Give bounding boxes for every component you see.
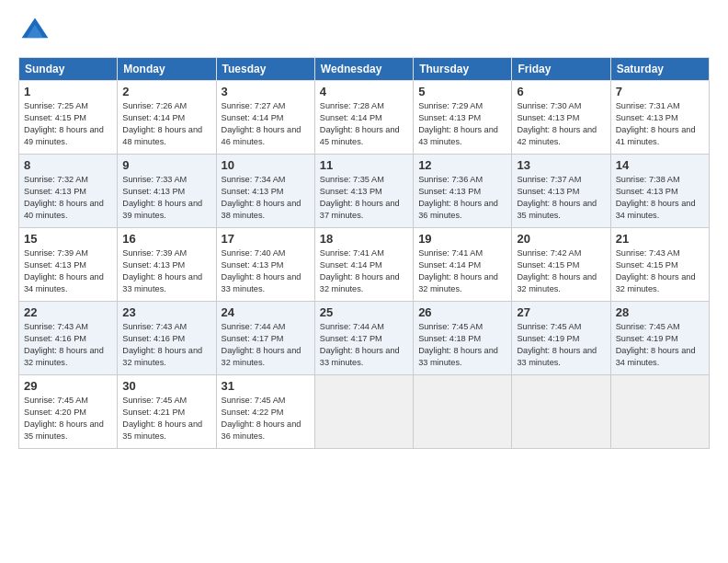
day-number: 11 bbox=[320, 158, 408, 172]
calendar-cell: 18 Sunrise: 7:41 AMSunset: 4:14 PMDaylig… bbox=[314, 228, 413, 302]
col-header-wednesday: Wednesday bbox=[314, 58, 413, 81]
calendar-cell: 22 Sunrise: 7:43 AMSunset: 4:16 PMDaylig… bbox=[19, 302, 118, 375]
col-header-thursday: Thursday bbox=[414, 58, 512, 81]
day-number: 26 bbox=[418, 305, 506, 319]
day-info: Sunrise: 7:34 AMSunset: 4:13 PMDaylight:… bbox=[222, 174, 310, 222]
calendar-cell bbox=[610, 375, 709, 449]
calendar-table: SundayMondayTuesdayWednesdayThursdayFrid… bbox=[18, 57, 710, 449]
day-info: Sunrise: 7:44 AMSunset: 4:17 PMDaylight:… bbox=[320, 321, 408, 369]
calendar-cell bbox=[512, 375, 610, 449]
day-info: Sunrise: 7:35 AMSunset: 4:13 PMDaylight:… bbox=[320, 174, 408, 222]
day-number: 21 bbox=[616, 232, 704, 246]
day-info: Sunrise: 7:39 AMSunset: 4:13 PMDaylight:… bbox=[122, 247, 210, 295]
day-info: Sunrise: 7:45 AMSunset: 4:22 PMDaylight:… bbox=[222, 395, 310, 442]
day-info: Sunrise: 7:29 AMSunset: 4:13 PMDaylight:… bbox=[418, 100, 506, 148]
calendar-cell: 5 Sunrise: 7:29 AMSunset: 4:13 PMDayligh… bbox=[414, 81, 512, 155]
col-header-tuesday: Tuesday bbox=[216, 58, 314, 81]
calendar-cell: 24 Sunrise: 7:44 AMSunset: 4:17 PMDaylig… bbox=[216, 302, 314, 375]
calendar-cell: 2 Sunrise: 7:26 AMSunset: 4:14 PMDayligh… bbox=[118, 81, 216, 155]
day-number: 13 bbox=[517, 158, 605, 172]
day-info: Sunrise: 7:32 AMSunset: 4:13 PMDaylight:… bbox=[24, 174, 112, 222]
calendar-cell: 10 Sunrise: 7:34 AMSunset: 4:13 PMDaylig… bbox=[216, 155, 314, 228]
day-info: Sunrise: 7:43 AMSunset: 4:15 PMDaylight:… bbox=[616, 247, 704, 295]
day-number: 14 bbox=[616, 158, 704, 172]
week-row-3: 15 Sunrise: 7:39 AMSunset: 4:13 PMDaylig… bbox=[19, 228, 710, 302]
day-number: 22 bbox=[24, 305, 112, 319]
calendar-cell bbox=[314, 375, 413, 449]
header-row: SundayMondayTuesdayWednesdayThursdayFrid… bbox=[19, 58, 710, 81]
day-number: 20 bbox=[517, 232, 605, 246]
day-number: 12 bbox=[418, 158, 506, 172]
day-info: Sunrise: 7:45 AMSunset: 4:20 PMDaylight:… bbox=[24, 395, 112, 442]
calendar-cell: 15 Sunrise: 7:39 AMSunset: 4:13 PMDaylig… bbox=[19, 228, 118, 302]
day-number: 7 bbox=[616, 85, 704, 98]
day-info: Sunrise: 7:28 AMSunset: 4:14 PMDaylight:… bbox=[320, 100, 408, 148]
day-info: Sunrise: 7:44 AMSunset: 4:17 PMDaylight:… bbox=[222, 321, 310, 369]
calendar-cell: 1 Sunrise: 7:25 AMSunset: 4:15 PMDayligh… bbox=[19, 81, 118, 155]
day-info: Sunrise: 7:30 AMSunset: 4:13 PMDaylight:… bbox=[517, 100, 605, 148]
day-info: Sunrise: 7:42 AMSunset: 4:15 PMDaylight:… bbox=[517, 247, 605, 295]
day-number: 2 bbox=[122, 85, 210, 98]
day-number: 19 bbox=[418, 232, 506, 246]
day-info: Sunrise: 7:37 AMSunset: 4:13 PMDaylight:… bbox=[517, 174, 605, 222]
calendar-cell: 7 Sunrise: 7:31 AMSunset: 4:13 PMDayligh… bbox=[610, 81, 709, 155]
calendar-cell: 6 Sunrise: 7:30 AMSunset: 4:13 PMDayligh… bbox=[512, 81, 610, 155]
calendar-cell: 17 Sunrise: 7:40 AMSunset: 4:13 PMDaylig… bbox=[216, 228, 314, 302]
day-info: Sunrise: 7:41 AMSunset: 4:14 PMDaylight:… bbox=[418, 247, 506, 295]
day-info: Sunrise: 7:45 AMSunset: 4:21 PMDaylight:… bbox=[122, 395, 210, 442]
calendar-cell: 12 Sunrise: 7:36 AMSunset: 4:13 PMDaylig… bbox=[414, 155, 512, 228]
calendar-cell: 3 Sunrise: 7:27 AMSunset: 4:14 PMDayligh… bbox=[216, 81, 314, 155]
day-info: Sunrise: 7:43 AMSunset: 4:16 PMDaylight:… bbox=[122, 321, 210, 369]
header bbox=[18, 15, 710, 48]
calendar-cell: 23 Sunrise: 7:43 AMSunset: 4:16 PMDaylig… bbox=[118, 302, 216, 375]
calendar-cell: 20 Sunrise: 7:42 AMSunset: 4:15 PMDaylig… bbox=[512, 228, 610, 302]
calendar-cell: 19 Sunrise: 7:41 AMSunset: 4:14 PMDaylig… bbox=[414, 228, 512, 302]
day-number: 9 bbox=[122, 158, 210, 172]
calendar-cell: 9 Sunrise: 7:33 AMSunset: 4:13 PMDayligh… bbox=[118, 155, 216, 228]
week-row-1: 1 Sunrise: 7:25 AMSunset: 4:15 PMDayligh… bbox=[19, 81, 710, 155]
day-number: 6 bbox=[517, 85, 605, 98]
day-number: 8 bbox=[24, 158, 112, 172]
day-info: Sunrise: 7:40 AMSunset: 4:13 PMDaylight:… bbox=[222, 247, 310, 295]
day-info: Sunrise: 7:27 AMSunset: 4:14 PMDaylight:… bbox=[222, 100, 310, 148]
day-info: Sunrise: 7:41 AMSunset: 4:14 PMDaylight:… bbox=[320, 247, 408, 295]
day-number: 17 bbox=[222, 232, 310, 246]
day-info: Sunrise: 7:25 AMSunset: 4:15 PMDaylight:… bbox=[24, 100, 112, 148]
day-number: 3 bbox=[222, 85, 310, 98]
logo-icon bbox=[18, 15, 51, 48]
calendar-cell bbox=[414, 375, 512, 449]
calendar-cell: 25 Sunrise: 7:44 AMSunset: 4:17 PMDaylig… bbox=[314, 302, 413, 375]
calendar-cell: 14 Sunrise: 7:38 AMSunset: 4:13 PMDaylig… bbox=[610, 155, 709, 228]
day-number: 23 bbox=[122, 305, 210, 319]
calendar-cell: 27 Sunrise: 7:45 AMSunset: 4:19 PMDaylig… bbox=[512, 302, 610, 375]
col-header-monday: Monday bbox=[118, 58, 216, 81]
day-number: 25 bbox=[320, 305, 408, 319]
col-header-saturday: Saturday bbox=[610, 58, 709, 81]
day-info: Sunrise: 7:45 AMSunset: 4:19 PMDaylight:… bbox=[517, 321, 605, 369]
day-number: 1 bbox=[24, 85, 112, 98]
day-number: 27 bbox=[517, 305, 605, 319]
day-info: Sunrise: 7:43 AMSunset: 4:16 PMDaylight:… bbox=[24, 321, 112, 369]
day-number: 15 bbox=[24, 232, 112, 246]
col-header-friday: Friday bbox=[512, 58, 610, 81]
calendar-cell: 16 Sunrise: 7:39 AMSunset: 4:13 PMDaylig… bbox=[118, 228, 216, 302]
day-info: Sunrise: 7:45 AMSunset: 4:18 PMDaylight:… bbox=[418, 321, 506, 369]
calendar-cell: 29 Sunrise: 7:45 AMSunset: 4:20 PMDaylig… bbox=[19, 375, 118, 449]
day-number: 30 bbox=[122, 379, 210, 393]
calendar-cell: 4 Sunrise: 7:28 AMSunset: 4:14 PMDayligh… bbox=[314, 81, 413, 155]
day-info: Sunrise: 7:45 AMSunset: 4:19 PMDaylight:… bbox=[616, 321, 704, 369]
calendar-cell: 13 Sunrise: 7:37 AMSunset: 4:13 PMDaylig… bbox=[512, 155, 610, 228]
day-number: 24 bbox=[222, 305, 310, 319]
day-number: 29 bbox=[24, 379, 112, 393]
day-info: Sunrise: 7:31 AMSunset: 4:13 PMDaylight:… bbox=[616, 100, 704, 148]
day-number: 18 bbox=[320, 232, 408, 246]
calendar-cell: 28 Sunrise: 7:45 AMSunset: 4:19 PMDaylig… bbox=[610, 302, 709, 375]
calendar-cell: 26 Sunrise: 7:45 AMSunset: 4:18 PMDaylig… bbox=[414, 302, 512, 375]
day-info: Sunrise: 7:36 AMSunset: 4:13 PMDaylight:… bbox=[418, 174, 506, 222]
calendar-cell: 21 Sunrise: 7:43 AMSunset: 4:15 PMDaylig… bbox=[610, 228, 709, 302]
calendar-cell: 11 Sunrise: 7:35 AMSunset: 4:13 PMDaylig… bbox=[314, 155, 413, 228]
day-info: Sunrise: 7:38 AMSunset: 4:13 PMDaylight:… bbox=[616, 174, 704, 222]
calendar-cell: 30 Sunrise: 7:45 AMSunset: 4:21 PMDaylig… bbox=[118, 375, 216, 449]
logo bbox=[18, 15, 57, 48]
day-info: Sunrise: 7:39 AMSunset: 4:13 PMDaylight:… bbox=[24, 247, 112, 295]
